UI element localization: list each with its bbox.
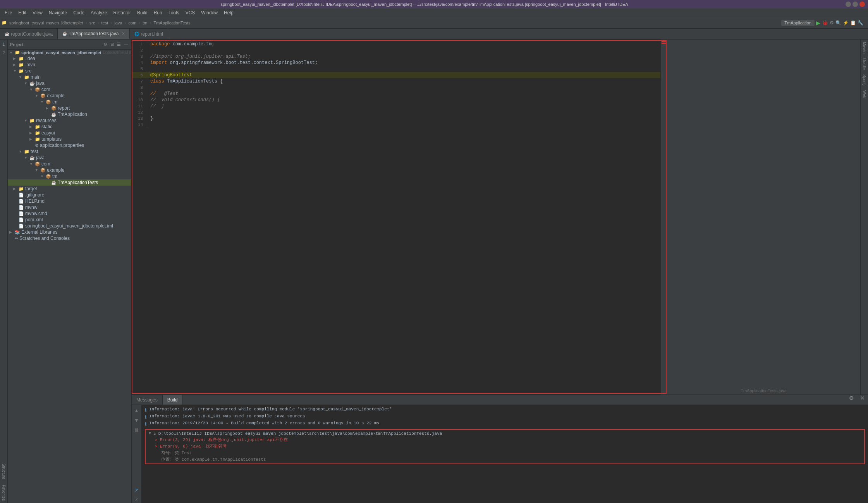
close-btn[interactable] — [859, 2, 865, 7]
tree-item-tm-application-tests[interactable]: ☕ TmApplicationTests — [8, 179, 131, 186]
tab-close-icon-2[interactable]: ✕ — [122, 31, 125, 36]
bottom-side-icons: ▲ ▼ 🗑 Z Z — [132, 405, 142, 503]
gradle-label[interactable]: Gradle — [861, 56, 867, 72]
menu-build[interactable]: Build — [134, 9, 151, 16]
tree-item-target[interactable]: ▶ 📁 target — [8, 186, 131, 192]
bottom-down-icon[interactable]: ▼ — [133, 416, 140, 424]
tree-item-test-java[interactable]: ▼ ☕ java — [8, 155, 131, 161]
maven-label[interactable]: Maven — [861, 40, 867, 56]
tree-item-external-libs[interactable]: ▶ 📚 External Libraries — [8, 229, 131, 235]
tree-item-helpmd[interactable]: 📄 HELP.md — [8, 198, 131, 204]
msg-text-2: Information: javac 1.8.0_201 was used to… — [149, 414, 305, 419]
spring-side-label[interactable]: Spring — [861, 72, 867, 88]
tree-item-test-example[interactable]: ▼ 📦 example — [8, 167, 131, 173]
sidebar-cog-icon[interactable]: ⚙ — [103, 41, 108, 48]
tab-report-html[interactable]: 🌐 report.html — [130, 29, 168, 39]
web-label[interactable]: Web — [861, 88, 867, 100]
tree-item-templates[interactable]: ▶ 📁 templates — [8, 136, 131, 142]
tree-item-mvnw[interactable]: 📄 mvnw — [8, 204, 131, 210]
sidebar-layout-icon[interactable]: ⊞ — [110, 41, 115, 48]
tree-item-static[interactable]: ▶ 📁 static — [8, 124, 131, 130]
code-line-6: 6 @SpringBootTest — [132, 72, 660, 78]
code-line-7: 7 class TmApplicationTests { — [132, 78, 660, 84]
menu-window[interactable]: Window — [198, 9, 221, 16]
tree-item-main-java[interactable]: ▼ ☕ java — [8, 80, 131, 86]
tree-item-app-properties[interactable]: ⚙ application.properties — [8, 142, 131, 148]
menu-tools[interactable]: Tools — [165, 9, 182, 16]
tree-item-test-com[interactable]: ▼ 📦 com — [8, 161, 131, 167]
maximize-btn[interactable] — [853, 2, 858, 7]
main-container: 1 2 Structure Favorites Project ⚙ ⊞ ☰ — … — [0, 40, 868, 503]
tree-item-iml[interactable]: 📄 springboot_easyui_maven_jdbctemplet.im… — [8, 223, 131, 229]
tree-item-scratches[interactable]: ✏ Scratches and Consoles — [8, 235, 131, 241]
menu-edit[interactable]: Edit — [15, 9, 29, 16]
tree-item-report[interactable]: ▶ 📦 report — [8, 105, 131, 111]
toolbar-icon5[interactable]: 🔧 — [858, 20, 863, 26]
bottom-tab-messages[interactable]: Messages — [132, 395, 163, 405]
menu-navigate[interactable]: Navigate — [46, 9, 70, 16]
tree-item-src[interactable]: ▼ 📁 src — [8, 68, 131, 74]
bottom-clear-icon[interactable]: 🗑 — [133, 426, 140, 434]
structure-label[interactable]: Structure — [1, 461, 7, 482]
left-icon-2[interactable]: 2 — [2, 49, 5, 57]
tree-item-tm-application[interactable]: ☕ TmApplication — [8, 111, 131, 117]
tree-item-main[interactable]: ▼ 📁 main — [8, 74, 131, 80]
toolbar-icon2[interactable]: 🔍 — [835, 20, 841, 26]
bottom-up-icon[interactable]: ▲ — [133, 407, 140, 415]
tree-item-mvn[interactable]: ▶ 📁 .mvn — [8, 62, 131, 68]
run-config-label: TmApplication — [781, 20, 815, 26]
toolbar-icon3[interactable]: ⚡ — [843, 20, 849, 26]
toolbar-icon1[interactable]: ⚙ — [830, 20, 834, 26]
window-controls[interactable] — [846, 2, 865, 7]
menu-file[interactable]: File — [2, 9, 15, 16]
menu-code[interactable]: Code — [70, 9, 88, 16]
tree-item-main-tm[interactable]: ▼ 📦 tm — [8, 99, 131, 105]
tree-item-idea[interactable]: ▶ 📁 .idea — [8, 55, 131, 62]
tree-item-main-com[interactable]: ▼ 📦 com — [8, 86, 131, 93]
bottom-settings-icon[interactable]: ⚙ — [846, 395, 857, 405]
tab-java-icon-2: ☕ — [62, 31, 67, 36]
project-panel-icon[interactable]: 1 — [2, 40, 5, 48]
build-tab-label: Build — [167, 397, 178, 403]
tree-item-mvnw-cmd[interactable]: 📄 mvnw.cmd — [8, 210, 131, 217]
tab-tm-application-tests[interactable]: ☕ TmApplicationTests.java ✕ — [58, 29, 130, 39]
tree-item-pom[interactable]: 📄 pom.xml — [8, 217, 131, 223]
error-detail-label-1: 符号: 类 Test — [161, 451, 192, 455]
bottom-left-panel-1[interactable]: Z — [134, 487, 139, 494]
error-file-line: ▼ ☕ D:\tools\IntelliJ IDEA\springboot_ea… — [146, 431, 864, 436]
error-text-2: Error(9, 6) java: 找不到符号 — [160, 443, 227, 449]
error-marker-1 — [662, 40, 666, 42]
debug-btn[interactable]: 🐞 — [822, 20, 828, 26]
bottom-left-panel-2[interactable]: Z — [134, 496, 139, 503]
bottom-close-icon[interactable]: ✕ — [857, 395, 868, 405]
menu-run[interactable]: Run — [151, 9, 165, 16]
tree-item-easyui[interactable]: ▶ 📁 easyui — [8, 130, 131, 136]
tree-item-resources[interactable]: ▼ 📁 resources — [8, 117, 131, 124]
bottom-tab-build[interactable]: Build — [163, 395, 183, 405]
sidebar-collapse-icon[interactable]: — — [123, 41, 129, 48]
run-btn[interactable]: ▶ — [816, 20, 820, 26]
tree-item-main-example[interactable]: ▼ 📦 example — [8, 93, 131, 99]
code-line-11: 11 // } — [132, 103, 660, 109]
favorites-label[interactable]: Favorites — [1, 482, 7, 503]
menu-vcs[interactable]: VCS — [182, 9, 198, 16]
minimize-btn[interactable] — [846, 2, 851, 7]
menu-help[interactable]: Help — [221, 9, 237, 16]
editor-container: 1 package com.example.tm; 2 3 //import o… — [132, 40, 868, 503]
error-detail-1: 符号: 类 Test — [146, 450, 864, 456]
tab-report-controller[interactable]: ☕ reportController.java — [0, 29, 58, 39]
sidebar-gear-icon[interactable]: ☰ — [116, 41, 122, 48]
menu-view[interactable]: View — [29, 9, 46, 16]
menu-refactor[interactable]: Refactor — [110, 9, 134, 16]
code-line-3: 3 //import org.junit.jupiter.api.Test; — [132, 53, 660, 60]
messages-panel[interactable]: ℹ Information: java: Errors occurred whi… — [142, 405, 868, 503]
tree-item-test[interactable]: ▼ 📁 test — [8, 148, 131, 155]
menu-analyze[interactable]: Analyze — [88, 9, 110, 16]
code-editor[interactable]: 1 package com.example.tm; 2 3 //import o… — [132, 40, 660, 394]
toolbar-icon4[interactable]: 📋 — [850, 20, 856, 26]
tree-item-test-tm[interactable]: ▼ 📦 tm — [8, 173, 131, 179]
toolbar-java: java — [114, 21, 122, 25]
tree-item-root[interactable]: ▼ 📁 springboot_easyui_maven_jdbctemplet … — [8, 50, 131, 55]
code-line-13: 13 } — [132, 115, 660, 122]
tree-item-gitignore[interactable]: 📄 .gitignore — [8, 192, 131, 198]
